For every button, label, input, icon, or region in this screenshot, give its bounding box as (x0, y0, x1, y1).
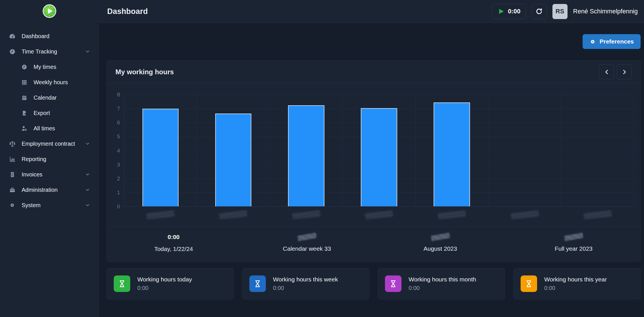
hourglass-icon (249, 275, 266, 292)
chart-column (343, 95, 415, 206)
gauge-icon (9, 33, 16, 40)
stat-cards: Working hours today 0:00 Working hours t… (107, 268, 641, 299)
chart-column (270, 95, 343, 206)
next-period-button[interactable] (617, 64, 632, 79)
redacted-label-scribble (292, 210, 320, 219)
chart-bar (434, 102, 470, 206)
sidebar-item-label: Reporting (22, 156, 46, 162)
user-clock-icon (20, 125, 28, 132)
redacted-label-scribble (583, 210, 612, 219)
clock-icon (9, 48, 16, 55)
redacted-label-scribble (146, 210, 175, 219)
balance-scale-icon (9, 140, 16, 147)
sidebar-item-label: Export (34, 110, 50, 116)
sidebar-item-label: Invoices (22, 171, 42, 178)
sidebar-item-employment-contract[interactable]: Employment contract (0, 136, 99, 151)
bar-chart: 012345678 (107, 83, 640, 226)
redacted-label-scribble (365, 210, 393, 219)
panel-title: My working hours (115, 68, 174, 76)
x-axis-label-redacted (270, 212, 343, 218)
chart-column (197, 95, 270, 206)
x-axis-label-redacted (488, 212, 561, 218)
gear-icon (589, 38, 596, 45)
card-value: 0:00 (273, 285, 338, 291)
card-working-hours-year: Working hours this year 0:00 (513, 268, 641, 299)
x-axis-label-redacted (415, 212, 488, 218)
redacted-label-scribble (219, 210, 248, 219)
app-logo[interactable] (0, 0, 99, 21)
y-tick-label: 3 (117, 162, 120, 168)
summary-month: August 2023 (374, 233, 507, 252)
preferences-button[interactable]: Preferences (583, 34, 641, 49)
main-content: Preferences My working hours 012345678 (99, 23, 644, 317)
clock-icon (20, 64, 28, 70)
previous-period-button[interactable] (599, 64, 614, 79)
chevron-right-icon (621, 69, 628, 75)
y-tick-label: 7 (117, 106, 120, 112)
x-axis-label-redacted (197, 212, 270, 218)
chart-column (561, 95, 634, 206)
sidebar-item-label: Administration (22, 187, 58, 193)
user-name[interactable]: René Schimmelpfennig (573, 8, 638, 15)
timer-clock-logo-icon (42, 4, 57, 18)
sidebar-item-label: Employment contract (22, 141, 75, 147)
chevron-down-icon (85, 203, 90, 208)
calendar-icon (20, 95, 28, 101)
header-actions: 0:00 RS René Schimmelpfennig (492, 4, 638, 19)
sidebar-item-export[interactable]: Export (0, 105, 99, 121)
refresh-button[interactable] (532, 4, 547, 19)
card-value: 0:00 (137, 285, 192, 291)
card-working-hours-today: Working hours today 0:00 (107, 268, 234, 299)
card-working-hours-week: Working hours this week 0:00 (242, 268, 369, 299)
y-tick-label: 0 (117, 203, 120, 210)
sidebar-item-label: My times (34, 64, 56, 70)
redacted-value (430, 232, 450, 241)
chevron-down-icon (85, 187, 90, 192)
card-title: Working hours this week (273, 276, 338, 283)
sidebar-item-invoices[interactable]: Invoices (0, 167, 99, 182)
summary-value: 0:00 (167, 233, 179, 241)
top-header: Dashboard 0:00 RS René Schimmelpfennig (99, 0, 644, 23)
x-axis-label-redacted (343, 212, 415, 218)
chevron-left-icon (604, 69, 610, 75)
sidebar: Dashboard Time Tracking My times (0, 0, 99, 317)
sidebar-item-all-times[interactable]: All times (0, 121, 99, 136)
card-working-hours-month: Working hours this month 0:00 (378, 268, 505, 299)
chart-bar (361, 108, 397, 206)
summary-today: 0:00 Today, 1/22/24 (107, 233, 240, 252)
sidebar-item-weekly-hours[interactable]: Weekly hours (0, 75, 99, 90)
sidebar-item-label: All times (34, 125, 55, 132)
sidebar-item-label: Calendar (34, 94, 57, 101)
timer-start-button[interactable]: 0:00 (492, 4, 526, 19)
sidebar-item-reporting[interactable]: Reporting (0, 151, 99, 167)
preferences-label: Preferences (600, 38, 634, 45)
redacted-label-scribble (438, 210, 466, 219)
grid-icon (20, 79, 28, 85)
sidebar-item-label: System (22, 202, 41, 209)
sidebar-item-label: Weekly hours (34, 79, 68, 86)
x-axis-label-redacted (124, 212, 197, 218)
chart-column (124, 95, 197, 206)
sidebar-item-system[interactable]: System (0, 197, 99, 213)
sidebar-item-calendar[interactable]: Calendar (0, 90, 99, 105)
sidebar-item-my-times[interactable]: My times (0, 59, 99, 75)
card-title: Working hours this month (409, 276, 476, 283)
redacted-value (564, 232, 583, 241)
hourglass-icon (385, 275, 401, 292)
y-tick-label: 1 (117, 190, 120, 196)
sidebar-item-time-tracking[interactable]: Time Tracking (0, 44, 99, 59)
toolbox-icon (9, 187, 16, 193)
chart-column (416, 95, 488, 206)
card-title: Working hours this year (544, 276, 607, 283)
y-tick-label: 2 (117, 176, 120, 182)
card-value: 0:00 (409, 285, 476, 291)
timer-value: 0:00 (508, 8, 520, 15)
x-axis-label-redacted (561, 212, 634, 218)
chart-bar (142, 109, 179, 206)
user-avatar[interactable]: RS (552, 4, 568, 19)
sidebar-item-administration[interactable]: Administration (0, 182, 99, 197)
sidebar-item-dashboard[interactable]: Dashboard (0, 28, 99, 44)
redacted-label-scribble (511, 210, 539, 219)
y-tick-label: 5 (117, 133, 120, 140)
bar-chart-icon (9, 156, 16, 162)
